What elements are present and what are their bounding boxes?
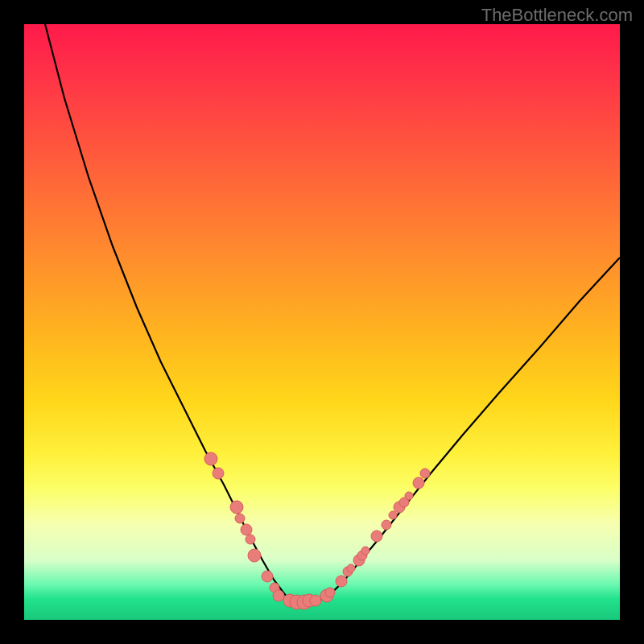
data-point	[325, 588, 335, 597]
data-point	[246, 535, 255, 544]
bottleneck-curve	[45, 24, 620, 604]
data-point	[310, 595, 321, 606]
app-frame: TheBottleneck.com	[0, 0, 644, 644]
data-point	[382, 520, 391, 530]
data-point	[389, 511, 397, 519]
data-point	[241, 524, 252, 535]
data-point	[347, 564, 355, 572]
highlighted-points-group	[204, 452, 430, 609]
data-point	[420, 469, 430, 478]
data-point	[336, 576, 347, 587]
data-point	[262, 571, 273, 582]
data-point	[213, 468, 224, 479]
data-point	[361, 547, 369, 555]
data-point	[413, 477, 424, 489]
data-point	[248, 549, 261, 562]
data-point	[405, 492, 413, 500]
watermark-text: TheBottleneck.com	[481, 5, 633, 26]
chart-overlay	[24, 24, 620, 620]
data-point	[235, 514, 245, 523]
data-point	[371, 530, 382, 542]
data-point	[230, 501, 243, 514]
data-point	[204, 452, 217, 465]
data-point	[273, 590, 284, 601]
